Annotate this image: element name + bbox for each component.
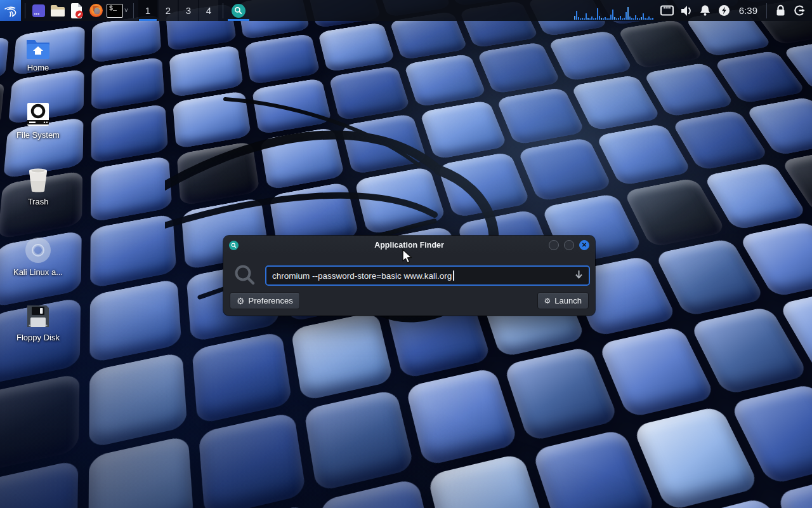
workspace-label: 3 [186,5,191,16]
close-button[interactable]: ✕ [579,240,589,250]
notification-bell-icon[interactable] [698,0,713,21]
terminal-glyph: $_ [109,5,117,12]
taskbar-application-finder-button[interactable] [227,0,250,21]
desktop-icon-label: File System [0,130,76,140]
firefox-icon [89,3,103,18]
window-app-icon [32,4,46,18]
workspace-label: 4 [206,5,211,16]
desktop-icon-label: Trash [0,197,76,206]
power-manager-icon[interactable] [717,0,732,21]
launcher-text-editor[interactable] [67,0,86,21]
workspace-label: 2 [166,5,171,16]
panel-separator [133,3,134,18]
launch-label: Launch [554,296,582,305]
dropdown-arrow-icon[interactable] [575,270,583,281]
panel-clock[interactable]: 6:39 [739,5,757,16]
logout-icon[interactable] [792,0,807,21]
home-folder-icon [0,37,76,60]
panel-separator [766,3,767,18]
workspace-label: 1 [145,5,150,16]
panel-separator [25,3,25,18]
preferences-button[interactable]: ⚙ Preferences [230,292,300,309]
desktop-icon-label: Kali Linux a... [0,267,76,277]
gear-icon: ⚙ [237,297,245,305]
finder-query-input[interactable]: chromium --password-store=basic www.kali… [265,265,590,286]
workspace-button-3[interactable]: 3 [179,0,198,21]
launch-button[interactable]: ⚙ Launch [537,292,589,309]
panel-left-section: $_ ˅ 1 2 3 4 [0,0,250,21]
desktop-icon-label: Floppy Disk [0,333,76,342]
optical-disc-icon [0,236,76,264]
network-icon[interactable] [660,0,675,21]
trash-bin-icon [0,167,76,194]
panel-separator [223,3,223,18]
launcher-firefox[interactable] [86,0,105,21]
terminal-icon: $_ [107,4,123,18]
preferences-label: Preferences [249,296,293,305]
minimize-button[interactable] [549,240,559,250]
search-icon [233,264,256,289]
panel-right-section: 6:39 [574,0,812,21]
workspace-button-1[interactable]: 1 [138,0,157,21]
maximize-button[interactable] [564,240,574,250]
lock-screen-icon[interactable] [773,0,788,21]
launcher-file-manager[interactable] [48,0,67,21]
floppy-disk-icon [0,303,76,330]
folder-icon [50,4,65,17]
desktop-icon-label: Home [0,63,76,72]
desktop-icon-floppy-disk[interactable]: Floppy Disk [0,303,76,342]
dialog-button-row: ⚙ Preferences ⚙ Launch [230,292,589,309]
desktop-icon-kali-cd[interactable]: Kali Linux a... [0,236,76,277]
kali-logo-icon [3,3,18,18]
desktop-icon-home[interactable]: Home [0,37,76,72]
desktop-icon-trash[interactable]: Trash [0,167,76,206]
application-finder-window: Application Finder ✕ chromium --password… [223,236,595,316]
window-controls: ✕ [549,240,589,250]
launch-gears-icon: ⚙ [544,297,551,305]
text-caret [453,271,454,281]
volume-icon[interactable] [679,0,694,21]
workspace-button-2[interactable]: 2 [159,0,178,21]
workspace-button-4[interactable]: 4 [199,0,218,21]
kali-menu-button[interactable] [0,0,21,21]
query-text: chromium --password-store=basic www.kali… [272,271,452,281]
application-finder-icon [232,4,246,18]
cpu-graph-monitor[interactable] [574,0,654,21]
launcher-terminal[interactable]: $_ ˅ [105,0,129,21]
launcher-window-switcher[interactable] [29,0,48,21]
close-icon: ✕ [582,242,587,248]
chevron-down-icon[interactable]: ˅ [124,7,128,14]
window-title: Application Finder [223,241,595,250]
mouse-cursor [402,249,414,264]
top-panel: $_ ˅ 1 2 3 4 [0,0,812,21]
desktop-icon-file-system[interactable]: File System [0,102,76,140]
document-edit-icon [70,3,84,18]
desktop-screen: Home File System Trash [0,0,812,508]
hard-drive-icon [0,102,76,127]
